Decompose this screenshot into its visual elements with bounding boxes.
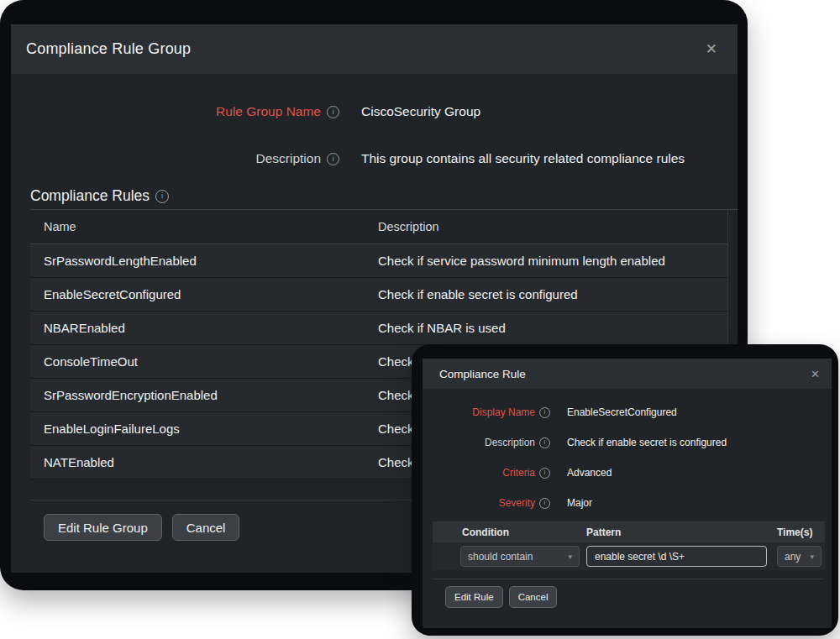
rule-dialog: Compliance Rule ✕ Display Name i EnableS… <box>423 359 832 628</box>
close-icon[interactable]: ✕ <box>706 42 717 56</box>
column-header-times: Time(s) <box>777 526 825 538</box>
description-label: Description i <box>485 437 550 448</box>
info-icon[interactable]: i <box>539 437 550 448</box>
cancel-button[interactable]: Cancel <box>172 514 240 541</box>
dialog-title: Compliance Rule <box>439 368 526 380</box>
table-header-row: Name Description <box>30 210 727 244</box>
condition-select[interactable]: should contain ▾ <box>460 546 580 567</box>
description-value: Check if enable secret is configured <box>567 437 823 448</box>
table-row[interactable]: NBAREnabled Check if NBAR is used <box>30 312 727 345</box>
column-header-pattern: Pattern <box>586 526 777 538</box>
table-row[interactable]: EnableSecretConfigured Check if enable s… <box>30 278 727 312</box>
column-header-condition: Condition <box>462 526 586 538</box>
condition-table: Condition Pattern Time(s) should contain… <box>433 521 825 570</box>
severity-field: Severity i Major <box>423 493 823 513</box>
condition-table-row: should contain ▾ any ▾ <box>433 542 825 570</box>
edit-rule-group-button[interactable]: Edit Rule Group <box>44 514 162 541</box>
criteria-label: Criteria i <box>502 467 550 479</box>
times-select[interactable]: any ▾ <box>777 546 822 567</box>
severity-label: Severity i <box>499 497 550 509</box>
dialog-header: Compliance Rule Group ✕ <box>11 24 738 74</box>
info-icon[interactable]: i <box>539 468 550 479</box>
display-name-field: Display Name i EnableSecretConfigured <box>423 402 823 422</box>
close-icon[interactable]: ✕ <box>811 369 820 380</box>
compliance-rules-heading: Compliance Rules i <box>30 187 169 205</box>
chevron-down-icon: ▾ <box>568 553 572 561</box>
dialog-header: Compliance Rule ✕ <box>423 359 832 389</box>
severity-value: Major <box>567 497 823 509</box>
pattern-input[interactable] <box>586 546 767 567</box>
description-value: This group contains all security related… <box>361 151 727 166</box>
rule-group-name-label: Rule Group Name i <box>216 104 339 119</box>
table-row[interactable]: SrPasswordLengthEnabled Check if service… <box>30 244 727 278</box>
description-field: Description i This group contains all se… <box>11 147 727 170</box>
info-icon[interactable]: i <box>539 498 550 509</box>
display-name-label: Display Name i <box>472 406 550 418</box>
column-header-description: Description <box>378 220 727 233</box>
rule-group-name-field: Rule Group Name i CiscoSecurity Group <box>11 100 727 123</box>
dialog-title: Compliance Rule Group <box>26 40 191 58</box>
dialog-footer: Edit Rule Group Cancel <box>44 514 239 541</box>
dialog-footer: Edit Rule Cancel <box>445 586 557 608</box>
rule-group-name-value: CiscoSecurity Group <box>361 104 727 119</box>
criteria-value: Advanced <box>567 467 823 479</box>
description-label: Description i <box>255 151 339 166</box>
description-field: Description i Check if enable secret is … <box>423 432 823 453</box>
info-icon[interactable]: i <box>327 106 339 118</box>
condition-table-header: Condition Pattern Time(s) <box>433 521 825 542</box>
column-header-name: Name <box>44 220 378 233</box>
rule-dialog-frame: Compliance Rule ✕ Display Name i EnableS… <box>412 344 838 636</box>
edit-rule-button[interactable]: Edit Rule <box>445 586 503 608</box>
display-name-value: EnableSecretConfigured <box>567 406 823 418</box>
chevron-down-icon: ▾ <box>810 553 814 561</box>
info-icon[interactable]: i <box>539 407 550 418</box>
divider <box>433 579 823 579</box>
cancel-button[interactable]: Cancel <box>509 586 558 608</box>
criteria-field: Criteria i Advanced <box>423 463 823 483</box>
info-icon[interactable]: i <box>327 153 339 165</box>
info-icon[interactable]: i <box>155 190 169 203</box>
